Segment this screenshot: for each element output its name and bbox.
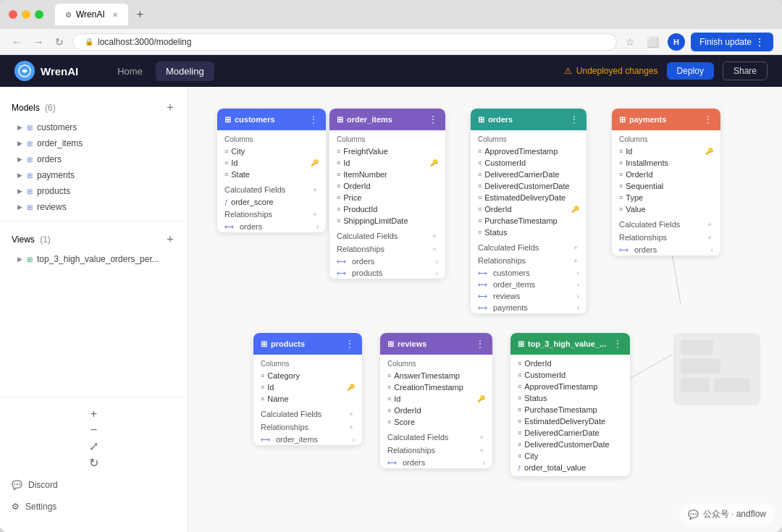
home-nav-button[interactable]: Home xyxy=(107,62,153,81)
o-rel-pay-arrow: › xyxy=(577,304,579,312)
sidebar-item-orders[interactable]: ▶ ⊞ orders xyxy=(0,151,188,167)
app-logo: WrenAI xyxy=(14,61,78,81)
products-calculated-fields[interactable]: Calculated Fields ＋ xyxy=(253,408,362,421)
fit-view-button[interactable]: ⤢ xyxy=(77,438,110,455)
sidebar-item-reviews[interactable]: ▶ ⊞ reviews xyxy=(0,199,188,215)
sidebar: Models (6) ＋ ▶ ⊞ customers ▶ ⊞ order_ite… xyxy=(0,87,188,532)
modeling-nav-button[interactable]: Modeling xyxy=(156,62,214,81)
payments-table-menu-icon[interactable]: ⋮ xyxy=(703,114,713,125)
pr-rel-oi-arrow: › xyxy=(353,436,355,444)
top3-table-menu-icon[interactable]: ⋮ xyxy=(613,338,623,350)
browser-window: ⚙ WrenAI ✕ + ← → ↻ 🔒 localhost:3000/mode… xyxy=(0,0,782,532)
maximize-dot[interactable] xyxy=(35,10,43,19)
deploy-button[interactable]: Deploy xyxy=(667,62,714,80)
key-icon-oi: 🔑 xyxy=(430,159,438,166)
tab-title: WrenAI xyxy=(76,9,105,20)
oi-rel-orders: ⟷orders › xyxy=(329,256,445,267)
payments-columns-label: Columns xyxy=(612,133,720,145)
reviews-table-menu-icon[interactable]: ⋮ xyxy=(475,338,485,350)
o-icon-purchase: ≡ xyxy=(478,217,482,224)
orders-relationships[interactable]: Relationships ＋ xyxy=(471,254,586,267)
t3-field-city: ≡City xyxy=(510,450,630,462)
orders-calculated-fields[interactable]: Calculated Fields ＋ xyxy=(471,241,586,254)
top3-view-table[interactable]: ⊞ top_3_high_value_... ⋮ ≡OrderId ≡Custo… xyxy=(510,333,630,476)
discord-icon: 💬 xyxy=(12,480,22,490)
minimize-dot[interactable] xyxy=(22,10,30,19)
sidebar-item-customers[interactable]: ▶ ⊞ customers xyxy=(0,119,188,135)
r-icon-orderid: ≡ xyxy=(387,407,391,414)
browser-tab[interactable]: ⚙ WrenAI ✕ xyxy=(55,4,128,25)
new-tab-button[interactable]: + xyxy=(137,8,143,21)
orders-table-menu-icon[interactable]: ⋮ xyxy=(569,114,579,125)
customers-table[interactable]: ⊞ customers ⋮ Columns ≡City ≡Id 🔑 xyxy=(217,109,326,232)
payments-relationships[interactable]: Relationships ＋ xyxy=(612,231,720,244)
order-items-table[interactable]: ⊞ order_items ⋮ Columns ≡FreightValue ≡I… xyxy=(329,109,445,279)
key-icon-customers-id: 🔑 xyxy=(311,159,319,166)
rel-arrow-icon: › xyxy=(316,223,319,231)
settings-item[interactable]: ⚙ Settings xyxy=(0,496,188,518)
sidebar-item-view-top3[interactable]: ▶ ⊞ top_3_high_value_orders_per... xyxy=(0,251,188,267)
modeling-canvas[interactable]: ⊞ customers ⋮ Columns ≡City ≡Id 🔑 xyxy=(188,87,782,532)
o-icon-eddate: ≡ xyxy=(478,194,482,201)
sidebar-item-products[interactable]: ▶ ⊞ products xyxy=(0,183,188,199)
orders-columns-section: Columns ≡ApprovedTimestamp ≡CustomerId ≡… xyxy=(471,130,586,241)
customers-relationships[interactable]: Relationships ＋ xyxy=(217,208,326,221)
t3-icon-ed: ≡ xyxy=(518,418,521,425)
p-rel-icon-orders: ⟷ xyxy=(619,246,628,253)
reviews-calculated-fields[interactable]: Calculated Fields ＋ xyxy=(380,431,492,444)
zoom-out-button[interactable]: − xyxy=(79,422,109,438)
customers-table-menu-icon[interactable]: ⋮ xyxy=(308,114,319,125)
finish-update-button[interactable]: Finish update ⋮ xyxy=(691,33,773,51)
products-relationships[interactable]: Relationships ＋ xyxy=(253,421,362,434)
oi-calculated-fields[interactable]: Calculated Fields ＋ xyxy=(329,229,445,242)
top3-header-left: ⊞ top_3_high_value_... xyxy=(518,339,606,349)
o-icon-cid: ≡ xyxy=(478,159,482,166)
extensions-button[interactable]: ⬜ xyxy=(644,33,662,51)
add-model-button[interactable]: ＋ xyxy=(164,100,176,115)
reviews-relationships[interactable]: Relationships ＋ xyxy=(380,444,492,457)
icon-price: ≡ xyxy=(337,194,340,201)
reviews-table[interactable]: ⊞ reviews ⋮ Columns ≡AnswerTimestamp ≡Cr… xyxy=(380,333,492,468)
back-button[interactable]: ← xyxy=(9,33,25,51)
oi-field-item: ≡ItemNumber xyxy=(329,169,445,180)
order-items-table-name: order_items xyxy=(347,115,392,124)
orders-table[interactable]: ⊞ orders ⋮ Columns ≡ApprovedTimestamp ≡C… xyxy=(471,109,586,313)
calc-icon: ƒ xyxy=(224,198,228,206)
view-icon: ⊞ xyxy=(27,256,33,263)
reset-view-button[interactable]: ↻ xyxy=(77,455,110,471)
order-items-table-menu-icon[interactable]: ⋮ xyxy=(428,114,438,125)
share-button[interactable]: Share xyxy=(723,62,768,80)
bookmark-button[interactable]: ☆ xyxy=(623,33,638,51)
forward-button[interactable]: → xyxy=(30,33,46,51)
reviews-columns-section: Columns ≡AnswerTimestamp ≡CreationTimest… xyxy=(380,355,492,431)
discord-item[interactable]: 💬 Discord xyxy=(0,474,188,496)
customers-calculated-fields[interactable]: Calculated Fields ＋ xyxy=(217,183,326,196)
p-icon-seq: ≡ xyxy=(619,182,623,190)
window-controls xyxy=(9,10,43,19)
products-table[interactable]: ⊞ products ⋮ Columns ≡Category ≡Id🔑 ≡Nam… xyxy=(253,333,362,445)
zoom-in-button[interactable]: + xyxy=(79,406,109,422)
user-avatar[interactable]: H xyxy=(668,33,685,51)
add-view-button[interactable]: ＋ xyxy=(164,232,176,247)
icon-shipping: ≡ xyxy=(337,217,340,224)
url-bar[interactable]: 🔒 localhost:3000/modeling xyxy=(72,33,617,51)
p-field-sequential: ≡Sequential xyxy=(612,180,720,192)
calculated-fields-label: Calculated Fields xyxy=(224,185,285,194)
oi-relationships[interactable]: Relationships ＋ xyxy=(329,242,445,256)
orders-rel-icon: ＋ xyxy=(572,256,579,266)
r-icon-id: ≡ xyxy=(387,395,391,402)
string-icon-state: ≡ xyxy=(224,171,228,178)
payments-calculated-fields[interactable]: Calculated Fields ＋ xyxy=(612,218,720,231)
sidebar-item-payments[interactable]: ▶ ⊞ payments xyxy=(0,167,188,183)
products-columns-section: Columns ≡Category ≡Id🔑 ≡Name xyxy=(253,355,362,408)
close-dot[interactable] xyxy=(9,10,17,19)
refresh-button[interactable]: ↻ xyxy=(52,33,67,51)
sidebar-item-order-items[interactable]: ▶ ⊞ order_items xyxy=(0,135,188,151)
payments-table[interactable]: ⊞ payments ⋮ Columns ≡Id🔑 ≡Installments … xyxy=(612,109,720,256)
products-table-menu-icon[interactable]: ⋮ xyxy=(345,338,355,350)
tab-close-icon[interactable]: ✕ xyxy=(112,11,118,19)
o-icon-dcdate: ≡ xyxy=(478,171,482,178)
header-right: ⚠ Undeployed changes Deploy Share xyxy=(564,62,768,80)
reviews-columns-label: Columns xyxy=(380,358,492,370)
payments-rel-icon: ＋ xyxy=(706,232,713,242)
